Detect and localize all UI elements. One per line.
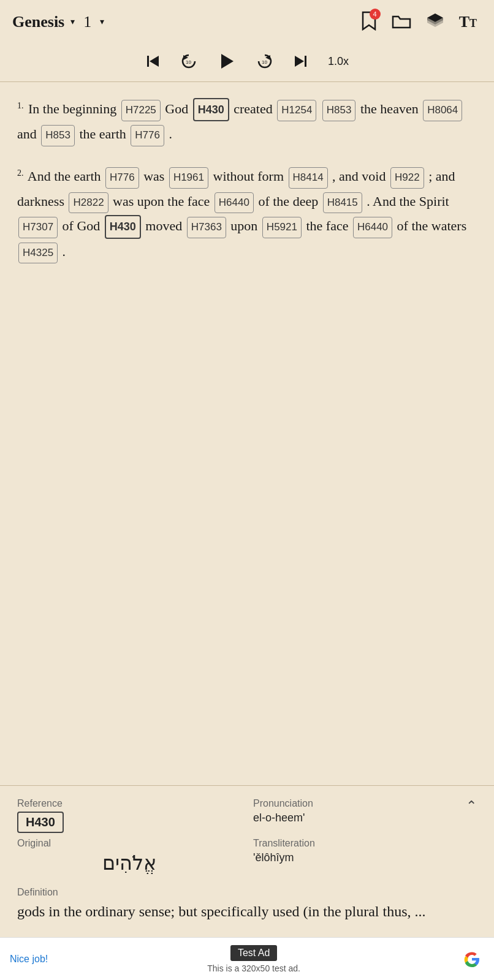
- strongs-h2822[interactable]: H2822: [69, 192, 108, 214]
- strongs-h776-v1[interactable]: H776: [131, 125, 164, 146]
- chapter-dropdown-arrow[interactable]: ▾: [100, 17, 104, 27]
- forward-10-icon: 10: [256, 52, 274, 70]
- svg-marker-7: [221, 54, 234, 69]
- strongs-h853-v1[interactable]: H853: [322, 100, 356, 121]
- ad-main: Test Ad This is a 320x50 test ad.: [55, 945, 452, 973]
- skip-to-start-button[interactable]: [145, 54, 160, 69]
- pronunciation-value: el-o-heem': [253, 812, 477, 824]
- strongs-h4325[interactable]: H4325: [18, 243, 58, 264]
- strongs-h5921[interactable]: H5921: [262, 217, 302, 238]
- svg-text:10: 10: [262, 59, 267, 65]
- reference-label: Reference: [17, 798, 241, 809]
- strongs-h6440-v1[interactable]: H6440: [215, 192, 254, 214]
- skip-to-end-button[interactable]: [294, 54, 308, 69]
- strongs-h8415[interactable]: H8415: [323, 192, 362, 214]
- skip-start-icon: [145, 54, 160, 69]
- top-bar: Genesis ▾ 1 ▾ 4 TT: [0, 0, 494, 43]
- chapter-number: 1: [83, 13, 91, 31]
- svg-text:10: 10: [186, 59, 191, 65]
- strongs-h8414[interactable]: H8414: [289, 167, 328, 189]
- folder-button[interactable]: [387, 10, 416, 33]
- rewind-10-button[interactable]: 10: [180, 52, 198, 70]
- transliteration-value: 'ělôhîym: [253, 851, 477, 864]
- strongs-h776-v2[interactable]: H776: [105, 167, 139, 189]
- definition-label: Definition: [17, 887, 477, 898]
- pronunciation-label: Pronunciation: [253, 798, 477, 809]
- book-title: Genesis: [12, 13, 64, 31]
- verse-2-text: 2. And the earth H776 was H1961 without …: [17, 168, 466, 259]
- svg-marker-11: [295, 56, 304, 67]
- original-label: Original: [17, 838, 241, 849]
- ad-nice-job[interactable]: Nice job!: [10, 954, 48, 965]
- strongs-h430-v1[interactable]: H430: [193, 98, 229, 121]
- pronunciation-col: Pronunciation el-o-heem' ⌃: [253, 798, 477, 833]
- verse-1: 1. In the beginning H7225 God H430 creat…: [17, 97, 477, 147]
- verse-1-number: 1.: [17, 101, 24, 110]
- original-value: אֱלֹהִים: [17, 851, 241, 875]
- strongs-h1961[interactable]: H1961: [169, 167, 208, 189]
- font-size-icon: TT: [459, 13, 477, 31]
- strongs-h7307[interactable]: H7307: [18, 217, 58, 238]
- verse-2: 2. And the earth H776 was H1961 without …: [17, 164, 477, 264]
- strongs-h1254[interactable]: H1254: [277, 100, 316, 121]
- ad-title: Test Ad: [230, 945, 277, 961]
- definition-value: gods in the ordinary sense; but specific…: [17, 902, 477, 922]
- transliteration-col: Transliteration 'ělôhîym: [253, 838, 477, 877]
- original-col: Original אֱלֹהִים: [17, 838, 241, 877]
- strongs-h7225[interactable]: H7225: [121, 100, 161, 121]
- reference-panel: Reference H430 Pronunciation el-o-heem' …: [0, 785, 494, 937]
- folder-icon: [392, 13, 411, 29]
- play-button[interactable]: [218, 52, 236, 70]
- font-size-button[interactable]: TT: [454, 10, 482, 34]
- content-area: 1. In the beginning H7225 God H430 creat…: [0, 82, 494, 785]
- ad-bar: Nice job! Test Ad This is a 320x50 test …: [0, 937, 494, 980]
- strongs-h430-v2[interactable]: H430: [105, 215, 141, 238]
- reference-left: Reference H430: [17, 798, 241, 833]
- speed-label: 1.0x: [328, 55, 349, 68]
- layers-icon: [426, 12, 444, 30]
- svg-marker-4: [150, 56, 159, 67]
- skip-end-icon: [294, 54, 308, 69]
- reference-value[interactable]: H430: [17, 812, 64, 833]
- transliteration-label: Transliteration: [253, 838, 477, 849]
- bookmark-button[interactable]: 4: [356, 9, 382, 35]
- strongs-h8064[interactable]: H8064: [423, 100, 462, 121]
- collapse-button[interactable]: ⌃: [466, 798, 477, 814]
- google-logo-icon: [460, 947, 484, 971]
- verse-2-number: 2.: [17, 168, 24, 178]
- speed-button[interactable]: 1.0x: [328, 55, 349, 68]
- svg-rect-10: [305, 56, 306, 67]
- layers-button[interactable]: [421, 9, 449, 34]
- verse-1-text: 1. In the beginning H7225 God H430 creat…: [17, 101, 463, 141]
- strongs-h7363[interactable]: H7363: [187, 217, 226, 238]
- bookmark-badge: 4: [370, 9, 381, 20]
- book-dropdown-arrow[interactable]: ▾: [70, 17, 75, 27]
- svg-rect-3: [147, 56, 149, 67]
- forward-10-button[interactable]: 10: [256, 52, 274, 70]
- strongs-h922[interactable]: H922: [390, 167, 424, 189]
- play-icon: [218, 52, 236, 70]
- reference-grid: Reference H430 Pronunciation el-o-heem' …: [17, 798, 477, 877]
- rewind-10-icon: 10: [180, 52, 198, 70]
- strongs-h853-v2[interactable]: H853: [41, 125, 75, 146]
- strongs-h6440-v2[interactable]: H6440: [353, 217, 392, 238]
- ad-subtitle: This is a 320x50 test ad.: [55, 963, 452, 973]
- playback-bar: 10 10 1.0x: [0, 43, 494, 82]
